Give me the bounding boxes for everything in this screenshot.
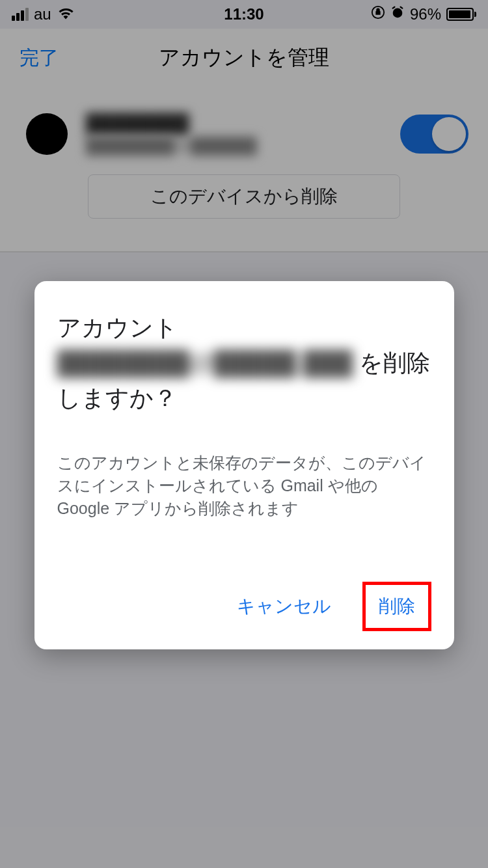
dialog-actions: キャンセル 削除	[57, 582, 431, 631]
dialog-title: アカウント ████████@█████.███ を削除しますか？	[57, 310, 431, 416]
dialog-title-email: ████████@█████.███	[57, 346, 353, 381]
delete-button[interactable]: 削除	[379, 596, 415, 616]
confirm-button-highlight: 削除	[362, 582, 431, 631]
dialog-body: このアカウントと未保存のデータが、このデバイスにインストールされている Gmai…	[57, 452, 431, 520]
modal-overlay[interactable]: アカウント ████████@█████.███ を削除しますか？ このアカウン…	[0, 0, 488, 868]
cancel-button[interactable]: キャンセル	[232, 588, 336, 625]
dialog-title-prefix: アカウント	[57, 314, 178, 341]
confirm-dialog: アカウント ████████@█████.███ を削除しますか？ このアカウン…	[34, 281, 454, 649]
